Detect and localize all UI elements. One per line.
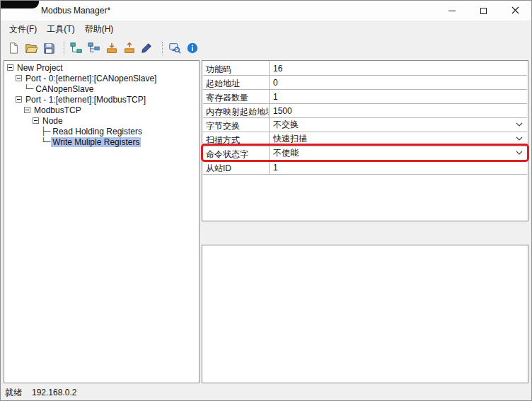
tree-expander-icon[interactable] (33, 117, 39, 124)
tree-connector: └─ (24, 84, 33, 93)
edit-pen-icon (141, 42, 154, 54)
project-tree-panel: New ProjectPort - 0:[ethernet]:[CANopenS… (4, 60, 200, 383)
property-row: 起始地址0 (203, 76, 527, 90)
property-label: 内存映射起始地址 (203, 104, 270, 117)
close-icon (511, 6, 519, 16)
chevron-down-icon[interactable] (516, 151, 523, 156)
property-input[interactable]: 1 (270, 161, 527, 174)
property-label: 从站ID (203, 161, 270, 174)
chevron-down-icon[interactable] (516, 122, 523, 127)
property-dropdown[interactable]: 快速扫描 (270, 132, 527, 146)
node-list-button[interactable] (85, 40, 103, 57)
status-ip-text: 192.168.0.2 (32, 388, 76, 397)
property-label: 命令状态字 (203, 146, 270, 160)
chevron-down-icon[interactable] (516, 136, 523, 141)
property-row: 从站ID1 (203, 161, 527, 175)
tree-item[interactable]: Port - 0:[ethernet]:[CANopenSlave] (4, 73, 199, 83)
property-label: 字节交换 (203, 118, 270, 132)
info-button[interactable] (183, 40, 201, 57)
tree-item[interactable]: Port - 1:[ethernet]:[ModbusTCP] (4, 94, 199, 105)
property-value: 不交换 (273, 119, 299, 131)
property-label: 扫描方式 (203, 132, 270, 146)
property-row: 字节交换不交换 (203, 118, 527, 132)
status-ready-text: 就绪 (5, 387, 22, 399)
info-icon (186, 42, 199, 54)
tree-connector: └─ (41, 137, 50, 146)
monitor-search-button[interactable] (166, 40, 183, 57)
window-controls (436, 1, 531, 21)
tree-item[interactable]: ModbusTCP (4, 105, 199, 115)
toolbar-separator (157, 42, 163, 54)
minimize-icon (449, 11, 456, 11)
close-button[interactable] (499, 1, 531, 21)
tree-item[interactable]: ├─Read Holding Registers (4, 126, 199, 136)
property-value: 1500 (273, 106, 292, 116)
lower-panel (202, 245, 528, 383)
toolbar (1, 37, 531, 59)
tree-item-label[interactable]: Port - 0:[ethernet]:[CANopenSlave] (24, 74, 158, 83)
property-value: 不使能 (273, 147, 299, 159)
property-grid: 功能码16起始地址0寄存器数量1内存映射起始地址1500字节交换不交换扫描方式快… (202, 60, 528, 221)
property-dropdown[interactable]: 不使能 (270, 146, 527, 160)
tree-expander-icon[interactable] (16, 75, 22, 81)
export-config-icon (123, 42, 136, 54)
menu-bar: 文件(F)工具(T)帮助(H) (1, 21, 531, 37)
tree-item-label[interactable]: New Project (16, 63, 64, 73)
monitor-search-icon (168, 42, 181, 54)
title-bar: Modbus Manager* (1, 1, 531, 21)
tree-item-label[interactable]: Port - 1:[ethernet]:[ModbusTCP] (24, 95, 147, 105)
menu-item[interactable]: 工具(T) (42, 21, 79, 37)
property-row: 寄存器数量1 (203, 90, 527, 104)
tree-expander-icon[interactable] (7, 64, 13, 71)
property-input[interactable]: 0 (270, 76, 527, 89)
tree-item[interactable]: └─Write Muliple Registers (4, 136, 199, 147)
property-label: 功能码 (203, 62, 270, 75)
export-config-button[interactable] (120, 40, 138, 57)
property-row: 扫描方式快速扫描 (203, 132, 527, 146)
tree-connector: ├─ (41, 127, 50, 136)
edit-pen-button[interactable] (138, 40, 156, 57)
property-input[interactable]: 1 (270, 90, 527, 103)
open-folder-button[interactable] (22, 40, 40, 57)
tree-expander-icon[interactable] (16, 96, 22, 103)
menu-item[interactable]: 帮助(H) (80, 21, 119, 37)
import-config-button[interactable] (103, 40, 120, 57)
property-value: 0 (273, 78, 278, 88)
status-bar: 就绪 192.168.0.2 (1, 385, 531, 400)
app-icon (1, 1, 39, 8)
new-file-icon (7, 42, 20, 54)
toolbar-separator (59, 42, 64, 54)
property-value: 16 (273, 64, 282, 74)
add-node-icon (70, 42, 83, 54)
maximize-icon (480, 8, 487, 14)
maximize-button[interactable] (468, 1, 499, 21)
property-value: 快速扫描 (273, 133, 307, 145)
property-row: 内存映射起始地址1500 (203, 104, 527, 118)
open-folder-icon (25, 42, 37, 54)
property-label: 寄存器数量 (203, 90, 270, 103)
window-title: Modbus Manager* (41, 6, 110, 16)
tree-item[interactable]: Node (4, 115, 199, 126)
property-label: 起始地址 (203, 76, 270, 89)
property-input[interactable]: 16 (270, 62, 527, 75)
property-value: 1 (273, 92, 278, 102)
add-node-button[interactable] (67, 40, 85, 57)
tree-expander-icon[interactable] (24, 107, 30, 113)
tree-item[interactable]: └─CANopenSlave (4, 83, 199, 94)
save-button[interactable] (40, 40, 57, 57)
tree-item-label[interactable]: Read Holding Registers (51, 127, 144, 136)
property-value: 1 (273, 163, 278, 173)
minimize-button[interactable] (436, 1, 468, 21)
tree-item-label[interactable]: CANopenSlave (34, 84, 95, 94)
tree-item[interactable]: New Project (4, 62, 199, 73)
property-row: 功能码16 (203, 62, 527, 76)
new-file-button[interactable] (4, 40, 22, 57)
tree-item-label[interactable]: ModbusTCP (33, 105, 83, 115)
tree-item-label[interactable]: Node (41, 116, 64, 126)
property-row: 命令状态字不使能 (203, 146, 527, 161)
tree-item-label[interactable]: Write Muliple Registers (51, 137, 141, 147)
menu-item[interactable]: 文件(F) (4, 21, 42, 37)
import-config-icon (105, 42, 118, 54)
property-dropdown[interactable]: 不交换 (270, 118, 527, 132)
property-input[interactable]: 1500 (270, 104, 527, 117)
